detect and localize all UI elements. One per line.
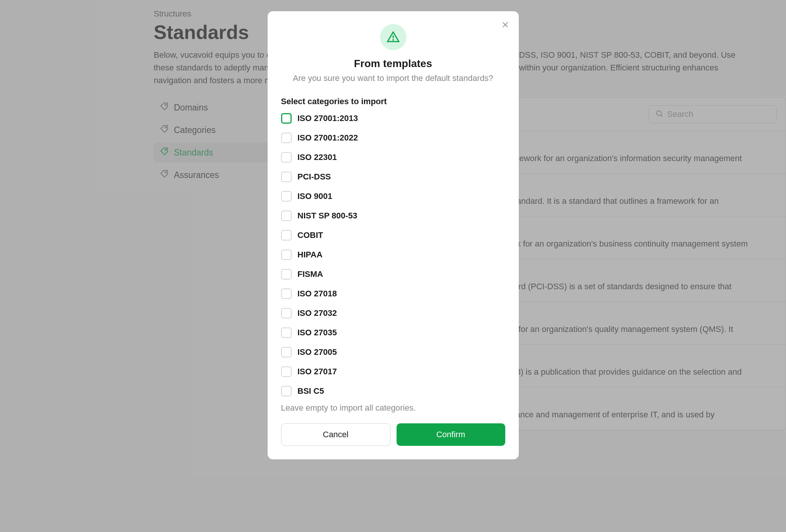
checkbox[interactable] — [281, 172, 292, 182]
checkbox[interactable] — [281, 327, 292, 338]
checkbox-row[interactable]: ISO 27005 — [281, 347, 505, 357]
checkbox-row[interactable]: BSI C5 — [281, 386, 505, 396]
checkbox-row[interactable]: ISO 27017 — [281, 366, 505, 377]
checkbox-row[interactable]: ISO 27001:2022 — [281, 133, 505, 143]
checkbox[interactable] — [281, 269, 292, 279]
checkbox-list: ISO 27001:2013ISO 27001:2022ISO 22301PCI… — [281, 113, 505, 396]
modal-buttons: Cancel Confirm — [281, 423, 505, 446]
checkbox[interactable] — [281, 386, 292, 396]
checkbox-label: NIST SP 800-53 — [298, 211, 358, 221]
warning-icon — [380, 24, 406, 50]
checkbox-row[interactable]: ISO 27035 — [281, 327, 505, 338]
modal-title: From templates — [281, 58, 505, 70]
checkbox[interactable] — [281, 366, 292, 377]
checkbox-label: ISO 27018 — [298, 289, 337, 299]
checkbox-row[interactable]: HIPAA — [281, 250, 505, 260]
checkbox-row[interactable]: FISMA — [281, 269, 505, 279]
import-modal: From templates Are you sure you want to … — [268, 11, 519, 459]
confirm-button[interactable]: Confirm — [397, 423, 505, 446]
checkbox-label: ISO 22301 — [298, 152, 337, 162]
checkbox-label: COBIT — [298, 230, 323, 240]
close-button[interactable] — [499, 18, 512, 31]
checkbox[interactable] — [281, 308, 292, 318]
modal-subtitle: Are you sure you want to import the defa… — [281, 73, 505, 83]
checkbox[interactable] — [281, 250, 292, 260]
checkbox-row[interactable]: ISO 27018 — [281, 288, 505, 299]
checkbox-row[interactable]: NIST SP 800-53 — [281, 211, 505, 221]
checkbox-label: ISO 27035 — [298, 328, 337, 338]
checkbox[interactable] — [281, 288, 292, 299]
checkbox[interactable] — [281, 113, 292, 124]
svg-point-9 — [393, 40, 394, 40]
checkbox-row[interactable]: ISO 22301 — [281, 152, 505, 163]
checkbox[interactable] — [281, 191, 292, 202]
checkbox-label: ISO 9001 — [298, 191, 332, 201]
checkbox-label: ISO 27017 — [298, 367, 337, 377]
checkbox-row[interactable]: ISO 27001:2013 — [281, 113, 505, 124]
checkbox-row[interactable]: COBIT — [281, 230, 505, 241]
checkbox-label: ISO 27032 — [298, 308, 337, 318]
checkbox-row[interactable]: PCI-DSS — [281, 172, 505, 182]
select-categories-label: Select categories to import — [281, 97, 505, 106]
checkbox-label: ISO 27001:2022 — [298, 133, 358, 143]
checkbox-label: ISO 27001:2013 — [298, 114, 358, 123]
checkbox-row[interactable]: ISO 9001 — [281, 191, 505, 202]
checkbox[interactable] — [281, 152, 292, 163]
modal-overlay[interactable]: From templates Are you sure you want to … — [0, 0, 786, 532]
cancel-button[interactable]: Cancel — [281, 423, 391, 446]
checkbox[interactable] — [281, 211, 292, 221]
checkbox-row[interactable]: ISO 27032 — [281, 308, 505, 318]
checkbox[interactable] — [281, 133, 292, 143]
checkbox-label: HIPAA — [298, 250, 323, 260]
import-hint: Leave empty to import all categories. — [281, 403, 505, 413]
checkbox-label: ISO 27005 — [298, 347, 337, 357]
checkbox[interactable] — [281, 347, 292, 357]
checkbox-label: FISMA — [298, 269, 323, 279]
checkbox[interactable] — [281, 230, 292, 241]
checkbox-label: BSI C5 — [298, 386, 324, 396]
checkbox-label: PCI-DSS — [298, 172, 331, 182]
